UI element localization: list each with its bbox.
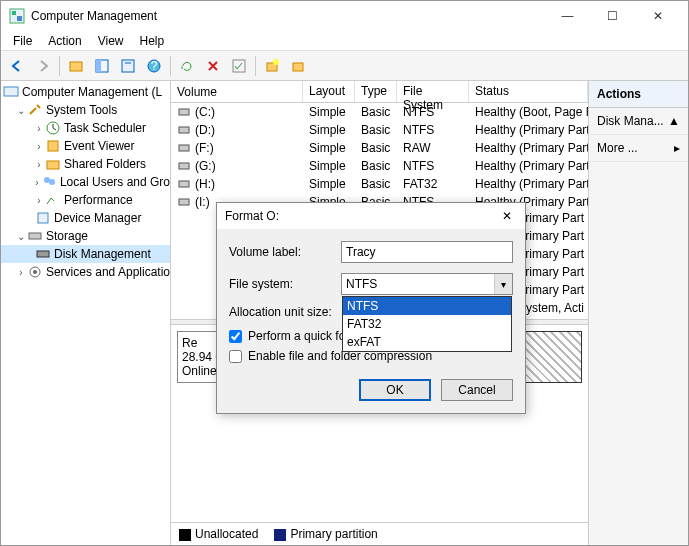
close-window-button[interactable]: ✕ (635, 1, 680, 31)
filesystem-combobox[interactable]: NTFS ▾ NTFS FAT32 exFAT (341, 273, 513, 295)
collapse-icon[interactable]: ⌄ (15, 105, 27, 116)
checklist-button[interactable] (227, 54, 251, 78)
expand-icon[interactable]: › (33, 177, 41, 188)
show-hide-tree-button[interactable] (90, 54, 114, 78)
svg-rect-28 (179, 163, 189, 169)
settings-button[interactable] (286, 54, 310, 78)
compression-checkbox[interactable] (229, 350, 242, 363)
fs-option-fat32[interactable]: FAT32 (343, 315, 511, 333)
legend-primary: Primary partition (274, 527, 377, 541)
col-type[interactable]: Type (355, 81, 397, 102)
dialog-close-button[interactable]: ✕ (497, 209, 517, 223)
tree-disk-management[interactable]: Disk Management (1, 245, 170, 263)
menu-bar: File Action View Help (1, 31, 688, 51)
help-button[interactable]: ? (142, 54, 166, 78)
tree-root[interactable]: Computer Management (L (1, 83, 170, 101)
window-title: Computer Management (31, 9, 545, 23)
volume-icon (177, 123, 191, 137)
svg-rect-22 (37, 251, 49, 257)
new-item-button[interactable] (260, 54, 284, 78)
tree-task-scheduler[interactable]: ›Task Scheduler (1, 119, 170, 137)
menu-file[interactable]: File (5, 32, 40, 50)
format-dialog: Format O: ✕ Volume label: File system: N… (216, 202, 526, 414)
svg-rect-1 (12, 11, 16, 15)
tree-performance[interactable]: ›Performance (1, 191, 170, 209)
volume-row[interactable]: (F:)SimpleBasicRAWHealthy (Primary Part (171, 139, 588, 157)
col-filesystem[interactable]: File System (397, 81, 469, 102)
collapse-icon[interactable]: ⌄ (15, 231, 27, 242)
tree-system-tools[interactable]: ⌄ System Tools (1, 101, 170, 119)
device-icon (35, 210, 51, 226)
clock-icon (45, 120, 61, 136)
users-icon (41, 174, 57, 190)
cancel-button[interactable]: Cancel (441, 379, 513, 401)
menu-view[interactable]: View (90, 32, 132, 50)
expand-icon[interactable]: › (33, 195, 45, 206)
volume-row[interactable]: (H:)SimpleBasicFAT32Healthy (Primary Par… (171, 175, 588, 193)
filesystem-dropdown: NTFS FAT32 exFAT (342, 296, 512, 352)
tree-event-viewer[interactable]: ›Event Viewer (1, 137, 170, 155)
svg-rect-21 (29, 233, 41, 239)
refresh-button[interactable] (175, 54, 199, 78)
toolbar-separator (170, 56, 171, 76)
volume-icon (177, 105, 191, 119)
volume-table-header: Volume Layout Type File System Status (171, 81, 588, 103)
toolbar-separator (59, 56, 60, 76)
tree-local-users[interactable]: ›Local Users and Gro (1, 173, 170, 191)
label-volume: Volume label: (229, 245, 341, 259)
dialog-title: Format O: (225, 209, 497, 223)
fs-option-ntfs[interactable]: NTFS (343, 297, 511, 315)
menu-action[interactable]: Action (40, 32, 89, 50)
event-icon (45, 138, 61, 154)
volume-icon (177, 177, 191, 191)
actions-disk-management[interactable]: Disk Mana... ▲ (589, 108, 688, 135)
svg-rect-2 (17, 16, 22, 21)
col-layout[interactable]: Layout (303, 81, 355, 102)
volume-icon (177, 195, 191, 209)
computer-icon (3, 84, 19, 100)
svg-rect-29 (179, 181, 189, 187)
toolbar-separator (255, 56, 256, 76)
collapse-icon: ▲ (668, 114, 680, 128)
fs-option-exfat[interactable]: exFAT (343, 333, 511, 351)
volume-label-input[interactable] (341, 241, 513, 263)
quick-format-checkbox[interactable] (229, 330, 242, 343)
properties-button[interactable] (116, 54, 140, 78)
volume-row[interactable]: (C:)SimpleBasicNTFSHealthy (Boot, Page F (171, 103, 588, 121)
chevron-down-icon: ▾ (494, 274, 512, 294)
tree-device-manager[interactable]: Device Manager (1, 209, 170, 227)
col-status[interactable]: Status (469, 81, 588, 102)
svg-rect-27 (179, 145, 189, 151)
expand-icon[interactable]: › (15, 267, 27, 278)
forward-button[interactable] (31, 54, 55, 78)
svg-rect-20 (38, 213, 48, 223)
ok-button[interactable]: OK (359, 379, 431, 401)
svg-rect-14 (4, 87, 18, 96)
svg-rect-26 (179, 127, 189, 133)
maximize-button[interactable]: ☐ (590, 1, 635, 31)
svg-rect-16 (48, 141, 58, 151)
tree-services[interactable]: ›Services and Applicatio (1, 263, 170, 281)
expand-icon[interactable]: › (33, 159, 45, 170)
tree-storage[interactable]: ⌄Storage (1, 227, 170, 245)
performance-icon (45, 192, 61, 208)
minimize-button[interactable]: — (545, 1, 590, 31)
svg-rect-6 (122, 60, 134, 72)
tree-shared-folders[interactable]: ›Shared Folders (1, 155, 170, 173)
volume-row[interactable]: (D:)SimpleBasicNTFSHealthy (Primary Part (171, 121, 588, 139)
svg-point-19 (49, 179, 55, 185)
menu-help[interactable]: Help (132, 32, 173, 50)
expand-icon[interactable]: › (33, 123, 45, 134)
volume-row[interactable]: (G:)SimpleBasicNTFSHealthy (Primary Part (171, 157, 588, 175)
delete-button[interactable] (201, 54, 225, 78)
svg-rect-17 (47, 161, 59, 169)
services-icon (27, 264, 43, 280)
dialog-titlebar[interactable]: Format O: ✕ (217, 203, 525, 229)
volume-icon (177, 141, 191, 155)
svg-rect-13 (293, 63, 303, 71)
expand-icon[interactable]: › (33, 141, 45, 152)
col-volume[interactable]: Volume (171, 81, 303, 102)
actions-more[interactable]: More ... ▸ (589, 135, 688, 162)
back-button[interactable] (5, 54, 29, 78)
up-button[interactable] (64, 54, 88, 78)
